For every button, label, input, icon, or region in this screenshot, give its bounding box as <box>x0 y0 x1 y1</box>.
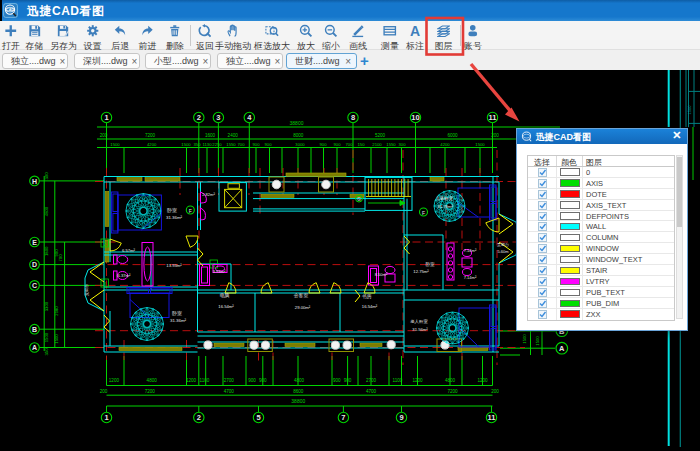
svg-text:F: F <box>189 208 192 214</box>
svg-text:CAD: CAD <box>6 8 14 12</box>
svg-text:1500: 1500 <box>522 334 527 344</box>
svg-text:1500: 1500 <box>110 142 120 147</box>
svg-text:4200: 4200 <box>147 142 157 147</box>
svg-text:2700: 2700 <box>224 378 235 383</box>
svg-text:900: 900 <box>259 378 267 383</box>
svg-text:1500: 1500 <box>535 336 540 346</box>
svg-text:8000: 8000 <box>293 133 304 138</box>
svg-text:1130: 1130 <box>202 142 212 147</box>
svg-text:儿童卧室: 儿童卧室 <box>435 196 453 201</box>
svg-text:4200: 4200 <box>440 142 450 147</box>
svg-text:7.14m²: 7.14m² <box>464 248 477 253</box>
svg-text:38800: 38800 <box>291 398 305 404</box>
svg-text:10: 10 <box>411 113 419 122</box>
svg-text:900: 900 <box>344 378 352 383</box>
svg-text:900: 900 <box>248 378 256 383</box>
svg-text:300: 300 <box>44 172 49 180</box>
svg-text:卧室: 卧室 <box>172 310 182 316</box>
svg-text:6.37m²: 6.37m² <box>117 273 131 278</box>
svg-text:200: 200 <box>100 133 108 138</box>
svg-text:900: 900 <box>334 142 342 147</box>
svg-text:2250: 2250 <box>212 142 222 147</box>
svg-text:老人卧室: 老人卧室 <box>410 319 428 324</box>
svg-text:F: F <box>422 210 425 216</box>
svg-text:150: 150 <box>358 142 366 147</box>
svg-text:1100: 1100 <box>393 378 403 383</box>
svg-text:1600: 1600 <box>205 133 216 138</box>
svg-text:5.60m: 5.60m <box>497 249 509 254</box>
svg-text:电脑: 电脑 <box>220 292 230 299</box>
svg-text:景观台: 景观台 <box>497 242 509 247</box>
svg-text:7: 7 <box>341 413 345 422</box>
svg-text:350: 350 <box>194 142 202 147</box>
svg-text:1200: 1200 <box>186 378 197 383</box>
svg-text:2100: 2100 <box>372 142 382 147</box>
svg-text:1200: 1200 <box>412 378 423 383</box>
svg-text:1100: 1100 <box>200 378 210 383</box>
svg-text:900: 900 <box>333 378 341 383</box>
svg-text:12.75m²: 12.75m² <box>413 269 429 274</box>
svg-text:E: E <box>32 239 37 246</box>
svg-text:卧室: 卧室 <box>425 261 435 267</box>
svg-text:300: 300 <box>399 142 407 147</box>
svg-text:G: G <box>357 197 361 202</box>
svg-text:6: 6 <box>103 281 106 287</box>
svg-text:5: 5 <box>256 413 260 422</box>
svg-text:200: 200 <box>491 389 499 394</box>
svg-text:A: A <box>559 344 565 353</box>
svg-text:7200: 7200 <box>145 389 156 394</box>
svg-text:1500: 1500 <box>687 105 692 115</box>
svg-text:3.93m²: 3.93m² <box>213 269 226 274</box>
svg-text:1: 1 <box>104 113 108 122</box>
svg-text:1500: 1500 <box>44 332 49 342</box>
svg-text:3300: 3300 <box>44 301 49 311</box>
svg-text:1550: 1550 <box>226 142 236 147</box>
svg-text:4: 4 <box>247 113 252 122</box>
svg-text:7200: 7200 <box>447 389 458 394</box>
svg-text:会客室: 会客室 <box>294 292 309 299</box>
svg-text:8: 8 <box>351 113 355 122</box>
svg-text:5200: 5200 <box>375 133 386 138</box>
svg-text:900: 900 <box>320 142 328 147</box>
svg-text:13.93m²: 13.93m² <box>166 263 182 268</box>
svg-text:6000: 6000 <box>447 133 458 138</box>
svg-text:31.56m²: 31.56m² <box>412 327 428 332</box>
svg-text:29.00m²: 29.00m² <box>295 305 311 310</box>
svg-text:7200: 7200 <box>145 133 156 138</box>
svg-text:9: 9 <box>399 413 403 422</box>
svg-text:3: 3 <box>216 113 220 122</box>
svg-text:2: 2 <box>197 413 201 422</box>
svg-text:900: 900 <box>265 142 273 147</box>
svg-text:4800: 4800 <box>294 378 305 383</box>
svg-text:书房: 书房 <box>362 293 372 299</box>
svg-text:31.79m²: 31.79m² <box>437 204 453 209</box>
svg-text:B: B <box>32 326 37 333</box>
svg-text:2700: 2700 <box>366 378 377 383</box>
svg-text:2180: 2180 <box>54 306 59 316</box>
svg-text:3000: 3000 <box>295 142 305 147</box>
svg-text:7.14m²: 7.14m² <box>464 275 477 280</box>
svg-text:1200: 1200 <box>477 378 488 383</box>
svg-text:31.36m²: 31.36m² <box>170 318 187 323</box>
svg-text:700: 700 <box>346 142 354 147</box>
svg-text:景观台: 景观台 <box>84 284 89 296</box>
svg-text:16.54m²: 16.54m² <box>362 304 378 309</box>
svg-text:2: 2 <box>197 113 201 122</box>
svg-text:16.54m²: 16.54m² <box>218 304 234 309</box>
svg-text:11: 11 <box>489 113 497 122</box>
svg-text:1500: 1500 <box>475 142 485 147</box>
svg-text:200: 200 <box>491 133 499 138</box>
svg-text:11: 11 <box>488 413 496 422</box>
svg-text:2: 2 <box>103 241 106 247</box>
svg-text:4800: 4800 <box>147 378 158 383</box>
svg-text:900: 900 <box>253 142 261 147</box>
svg-text:350: 350 <box>44 348 49 356</box>
svg-text:1500: 1500 <box>181 142 191 147</box>
svg-text:31.36m²: 31.36m² <box>166 215 183 220</box>
svg-text:38800: 38800 <box>290 120 304 126</box>
svg-text:H: H <box>32 178 37 185</box>
svg-text:1500: 1500 <box>54 334 59 344</box>
svg-text:200: 200 <box>100 389 108 394</box>
svg-text:1200: 1200 <box>109 378 120 383</box>
svg-text:8.50m²: 8.50m² <box>375 272 388 277</box>
